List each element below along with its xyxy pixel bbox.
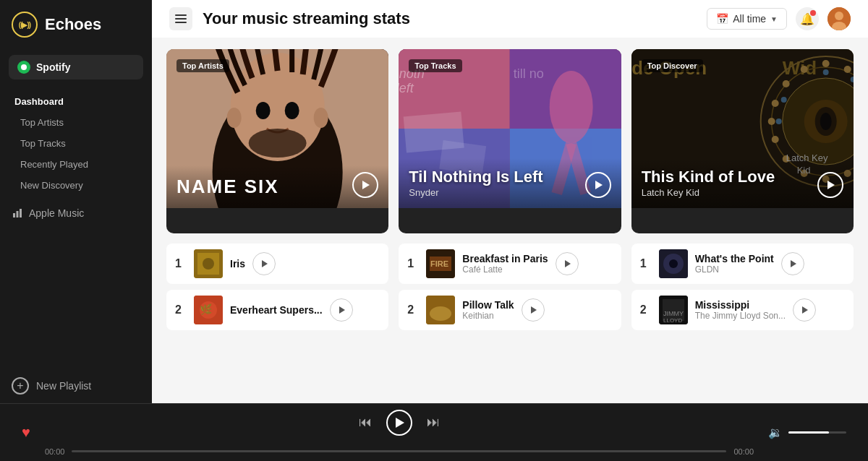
track-play-button[interactable] bbox=[781, 252, 804, 275]
track-rank: 1 bbox=[640, 257, 652, 270]
svg-text:is left: is left bbox=[399, 81, 414, 95]
content-area: Top Artists NAME SIX bbox=[152, 38, 868, 403]
app-logo: ((▶)) Echoes bbox=[0, 0, 152, 49]
current-time: 00:00 bbox=[45, 447, 65, 456]
track-rank: 2 bbox=[175, 303, 187, 316]
svg-text:FIRE: FIRE bbox=[430, 259, 448, 268]
track-artist: Keithian bbox=[462, 311, 514, 321]
top-tracks-play-button[interactable] bbox=[585, 172, 611, 198]
track-info: What's the Point GLDN bbox=[695, 253, 774, 275]
bar-chart-icon bbox=[12, 207, 23, 219]
svg-rect-2 bbox=[20, 209, 22, 217]
svg-point-22 bbox=[550, 71, 593, 143]
track-info: Mississippi The Jimmy Lloyd Son... bbox=[695, 299, 786, 321]
track-play-button[interactable] bbox=[793, 298, 816, 322]
player-controls: ⏮ ⏭ 00:00 00:00 bbox=[45, 410, 754, 456]
svg-point-49 bbox=[822, 69, 828, 75]
sidebar: ((▶)) Echoes Spotify Dashboard Top Artis… bbox=[0, 0, 152, 403]
track-play-button[interactable] bbox=[330, 298, 353, 322]
track-artist: Café Latte bbox=[462, 264, 548, 275]
top-artist-name: NAME SIX bbox=[176, 176, 378, 198]
track-play-button[interactable] bbox=[522, 298, 545, 322]
track-thumbnail bbox=[426, 296, 455, 324]
svg-text:LLOYD: LLOYD bbox=[663, 317, 682, 324]
nav-section: Dashboard Top Artists Top Tracks Recentl… bbox=[0, 85, 152, 202]
svg-point-45 bbox=[767, 118, 775, 125]
svg-point-75 bbox=[669, 259, 678, 268]
svg-point-9 bbox=[256, 102, 271, 119]
svg-point-4 bbox=[835, 12, 843, 20]
svg-point-54 bbox=[775, 119, 781, 124]
track-name: Breakfast in Paris bbox=[462, 253, 548, 264]
play-pause-button[interactable] bbox=[386, 410, 412, 436]
chevron-down-icon: ▼ bbox=[770, 15, 778, 23]
list-item: 2 JIMMY LLOYD Mississippi The Jimmy Lloy… bbox=[631, 290, 854, 330]
volume-fill bbox=[788, 431, 829, 434]
svg-point-12 bbox=[227, 108, 242, 128]
user-avatar[interactable] bbox=[827, 7, 851, 30]
svg-point-11 bbox=[249, 129, 307, 158]
menu-button[interactable] bbox=[169, 7, 192, 30]
list-item: 1 Iris bbox=[166, 244, 388, 284]
new-playlist-button[interactable]: + New Playlist bbox=[0, 369, 152, 403]
svg-point-33 bbox=[822, 60, 829, 67]
svg-text:🌿: 🌿 bbox=[200, 303, 213, 316]
progress-bar[interactable] bbox=[72, 450, 726, 452]
notification-badge bbox=[810, 10, 816, 16]
spotify-label: Spotify bbox=[36, 61, 70, 73]
play-icon bbox=[595, 181, 603, 189]
top-discover-artist: Latch Key Kid bbox=[642, 187, 843, 198]
svg-point-13 bbox=[314, 108, 328, 128]
top-artists-card: Top Artists NAME SIX bbox=[166, 49, 388, 233]
track-rank: 2 bbox=[407, 303, 419, 316]
heart-button[interactable]: ♥ bbox=[22, 424, 30, 441]
sidebar-item-top-tracks[interactable]: Top Tracks bbox=[0, 133, 152, 154]
play-icon bbox=[262, 260, 268, 267]
time-filter-select[interactable]: 📅 All time ▼ bbox=[707, 8, 787, 30]
track-info: Breakfast in Paris Café Latte bbox=[462, 253, 548, 275]
top-discover-play-button[interactable] bbox=[817, 172, 843, 198]
spotify-icon bbox=[17, 61, 30, 74]
track-play-button[interactable] bbox=[556, 252, 579, 275]
play-icon bbox=[827, 181, 835, 189]
notifications-button[interactable]: 🔔 bbox=[796, 7, 819, 30]
svg-text:JIMMY: JIMMY bbox=[663, 310, 684, 317]
header-left: Your music streaming stats bbox=[169, 7, 410, 30]
prev-button[interactable]: ⏮ bbox=[359, 415, 372, 430]
sidebar-item-apple-music[interactable]: Apple Music bbox=[0, 202, 152, 225]
sidebar-item-dashboard[interactable]: Dashboard bbox=[0, 91, 152, 112]
top-discover-title: This Kind of Love bbox=[642, 168, 843, 186]
top-track-artist: Snyder bbox=[409, 187, 610, 198]
sidebar-item-recently-played[interactable]: Recently Played bbox=[0, 154, 152, 175]
new-playlist-label: New Playlist bbox=[36, 380, 91, 392]
svg-point-71 bbox=[430, 306, 451, 321]
svg-text:till no: till no bbox=[514, 66, 544, 81]
sidebar-item-new-discovery[interactable]: New Discovery bbox=[0, 175, 152, 196]
track-rank: 2 bbox=[640, 303, 652, 316]
spotify-service-badge[interactable]: Spotify bbox=[9, 55, 143, 79]
volume-bar[interactable] bbox=[788, 431, 846, 434]
top-tracks-tracks: 1 FIRE Breakfast in Paris Café Latte bbox=[399, 244, 621, 356]
track-rank: 1 bbox=[407, 257, 419, 270]
svg-point-55 bbox=[780, 97, 786, 103]
track-play-button[interactable] bbox=[252, 252, 276, 275]
list-item: 2 Pillow Talk Keithian bbox=[399, 290, 621, 330]
list-item: 2 🌿 Everheart Supers... bbox=[166, 290, 388, 330]
plus-icon: + bbox=[12, 377, 29, 395]
play-icon bbox=[339, 306, 345, 314]
top-tracks-card: till noth is left till no Top Tracks Til bbox=[399, 49, 621, 233]
track-info: Iris bbox=[230, 258, 245, 270]
play-icon bbox=[802, 306, 808, 314]
top-artists-tracks: 1 Iris 2 bbox=[166, 244, 388, 356]
next-button[interactable]: ⏭ bbox=[427, 415, 440, 430]
header-right: 📅 All time ▼ 🔔 bbox=[707, 7, 851, 30]
svg-point-58 bbox=[820, 113, 831, 130]
svg-point-48 bbox=[800, 66, 807, 73]
player-buttons: ⏮ ⏭ bbox=[359, 410, 440, 436]
track-thumbnail bbox=[659, 249, 688, 278]
page-title: Your music streaming stats bbox=[203, 9, 410, 28]
svg-rect-0 bbox=[13, 213, 15, 217]
track-rank: 1 bbox=[175, 257, 187, 270]
sidebar-item-top-artists[interactable]: Top Artists bbox=[0, 112, 152, 133]
list-item: 1 What's the Point GLDN bbox=[631, 244, 854, 284]
